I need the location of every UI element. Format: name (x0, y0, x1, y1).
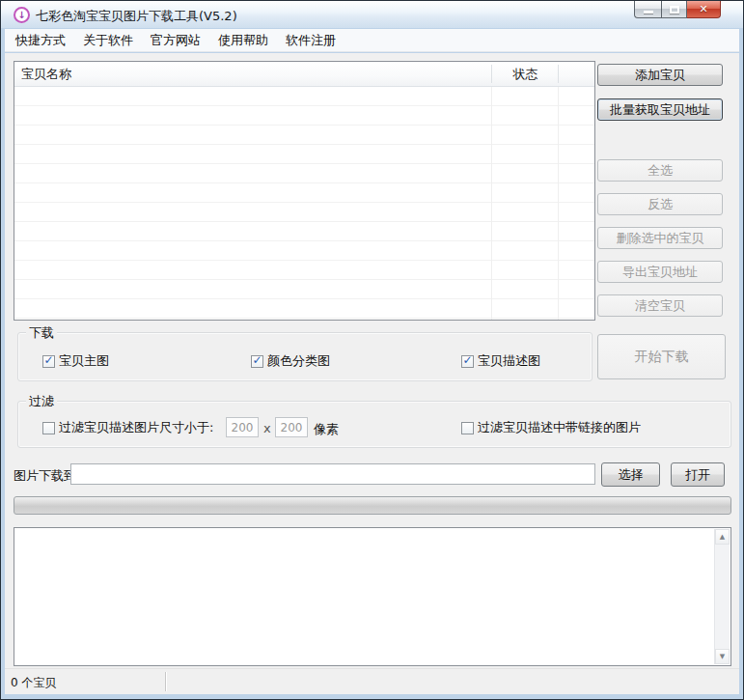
check-icon: ✓ (43, 354, 53, 366)
arrow-up-icon: ▲ (720, 534, 725, 541)
window-controls: ✕ (634, 1, 721, 18)
column-divider[interactable] (558, 65, 559, 83)
maximize-button[interactable] (661, 1, 687, 18)
download-arrow-icon: ↓ (17, 11, 25, 20)
description-image-checkbox[interactable]: ✓ (461, 355, 474, 368)
check-icon: ✓ (462, 354, 472, 366)
arrow-down-icon: ▼ (720, 654, 725, 660)
check-icon: ✓ (252, 354, 262, 366)
client-area: 宝贝名称 状态 添加宝贝 批量获取宝贝地址 全选 反选 删除选中的宝贝 导出宝贝… (5, 53, 739, 669)
start-download-button[interactable]: 开始下载 (597, 334, 726, 379)
select-folder-button[interactable]: 选择 (601, 462, 660, 487)
scroll-up-button[interactable]: ▲ (715, 529, 730, 545)
link-filter-checkbox[interactable]: ✓ (461, 422, 474, 434)
add-product-button[interactable]: 添加宝贝 (597, 64, 723, 86)
product-count-text: 0 个宝贝 (11, 675, 56, 691)
product-list[interactable]: 宝贝名称 状态 (14, 61, 595, 321)
menu-help[interactable]: 使用帮助 (209, 29, 277, 52)
description-image-option[interactable]: ✓ 宝贝描述图 (461, 354, 540, 368)
list-rows-area[interactable] (14, 87, 594, 320)
minimize-button[interactable] (634, 1, 661, 18)
batch-get-urls-button[interactable]: 批量获取宝贝地址 (597, 98, 723, 121)
clear-products-button[interactable]: 清空宝贝 (597, 294, 723, 317)
menu-shortcut[interactable]: 快捷方式 (7, 29, 74, 52)
size-filter-label: 过滤宝贝描述图片尺寸小于: (59, 419, 213, 436)
download-group-label: 下载 (26, 325, 57, 340)
minimize-icon (644, 11, 653, 14)
progress-bar (14, 496, 731, 515)
download-path-input[interactable] (70, 463, 595, 485)
app-window: ↓ 七彩色淘宝宝贝图片下载工具(V5.2) ✕ 快捷方式 关于软件 官方网站 使… (0, 0, 744, 700)
size-filter-option[interactable]: ✓ 过滤宝贝描述图片尺寸小于: (42, 421, 213, 434)
grid-line-vertical (491, 87, 492, 320)
export-urls-button[interactable]: 导出宝贝地址 (597, 261, 723, 283)
color-image-label: 颜色分类图 (267, 352, 330, 370)
description-image-label: 宝贝描述图 (478, 352, 540, 370)
link-filter-label: 过滤宝贝描述中带链接的图片 (478, 419, 641, 436)
statusbar-divider (165, 672, 166, 691)
scroll-down-button[interactable]: ▼ (715, 649, 730, 664)
column-header-name[interactable]: 宝贝名称 (21, 62, 71, 87)
invert-selection-button[interactable]: 反选 (597, 193, 723, 215)
min-width-input[interactable] (226, 417, 259, 437)
list-header: 宝贝名称 状态 (14, 62, 594, 87)
size-separator-label: x (263, 421, 271, 435)
grid-line-vertical (558, 87, 559, 320)
log-textarea[interactable]: ▲ ▼ (14, 527, 731, 666)
pixels-unit-label: 像素 (314, 421, 339, 438)
main-image-option[interactable]: ✓ 宝贝主图 (42, 354, 109, 368)
log-scrollbar[interactable]: ▲ ▼ (714, 529, 730, 664)
color-image-checkbox[interactable]: ✓ (251, 355, 263, 368)
filter-group-label: 过滤 (26, 394, 57, 408)
close-button[interactable]: ✕ (687, 1, 721, 18)
color-image-option[interactable]: ✓ 颜色分类图 (251, 354, 330, 368)
filter-group: 过滤 ✓ 过滤宝贝描述图片尺寸小于: x 像素 ✓ 过滤宝贝描述中带链接的图片 (17, 401, 731, 448)
column-header-status[interactable]: 状态 (492, 62, 559, 87)
window-title: 七彩色淘宝宝贝图片下载工具(V5.2) (36, 8, 237, 25)
link-filter-option[interactable]: ✓ 过滤宝贝描述中带链接的图片 (461, 421, 641, 434)
open-folder-button[interactable]: 打开 (671, 462, 725, 487)
min-height-input[interactable] (275, 417, 308, 437)
statusbar: 0 个宝贝 (5, 668, 739, 694)
app-icon[interactable]: ↓ (14, 7, 30, 23)
menu-website[interactable]: 官方网站 (142, 29, 209, 52)
download-group: 下载 ✓ 宝贝主图 ✓ 颜色分类图 ✓ 宝贝描述图 (17, 332, 592, 381)
select-all-button[interactable]: 全选 (597, 159, 723, 182)
menubar: 快捷方式 关于软件 官方网站 使用帮助 软件注册 (5, 29, 739, 52)
maximize-icon (670, 6, 679, 14)
close-icon: ✕ (699, 3, 707, 15)
menu-about[interactable]: 关于软件 (74, 29, 142, 52)
size-filter-checkbox[interactable]: ✓ (42, 422, 55, 434)
delete-selected-button[interactable]: 删除选中的宝贝 (597, 227, 723, 249)
titlebar[interactable]: ↓ 七彩色淘宝宝贝图片下载工具(V5.2) ✕ (1, 1, 743, 28)
main-image-checkbox[interactable]: ✓ (42, 355, 55, 368)
menu-register[interactable]: 软件注册 (277, 29, 344, 52)
main-image-label: 宝贝主图 (59, 352, 109, 370)
